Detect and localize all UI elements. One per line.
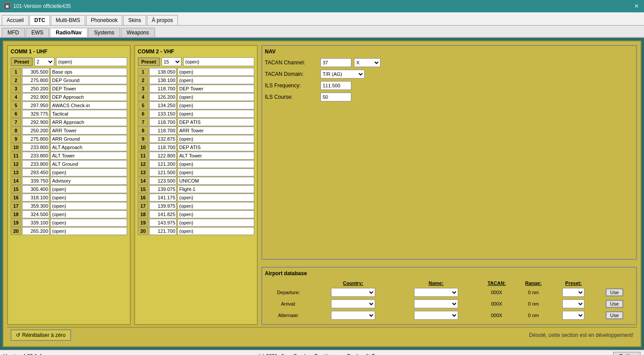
comm2-freq-20[interactable] [149, 227, 177, 235]
comm1-rownum-12[interactable]: 12 [11, 160, 21, 168]
comm2-label-16[interactable] [177, 194, 254, 202]
airport-use-arrival[interactable]: Use [596, 299, 633, 309]
comm1-freq-13[interactable] [22, 168, 49, 176]
comm1-label-15[interactable] [50, 185, 127, 193]
comm2-freq-8[interactable] [149, 127, 177, 135]
subtab-systems[interactable]: Systems [88, 28, 120, 37]
comm2-label-18[interactable] [177, 210, 254, 218]
comm2-freq-16[interactable] [149, 194, 177, 202]
comm1-freq-20[interactable] [22, 227, 49, 235]
comm2-label-14[interactable] [177, 177, 254, 185]
comm1-freq-15[interactable] [22, 185, 49, 193]
airport-name-select-arrival[interactable] [414, 299, 458, 308]
airport-country-select-alternate[interactable] [331, 311, 375, 320]
comm1-rownum-15[interactable]: 15 [11, 185, 21, 193]
comm2-freq-17[interactable] [149, 202, 177, 210]
airport-name-arrival[interactable] [395, 299, 477, 309]
comm2-rownum-12[interactable]: 12 [138, 160, 148, 168]
comm1-rownum-9[interactable]: 9 [11, 135, 21, 143]
airport-use-button-departure[interactable]: Use [606, 288, 623, 296]
comm1-label-6[interactable] [50, 110, 127, 118]
tab-skins[interactable]: Skins [123, 15, 146, 25]
comm2-label-7[interactable] [177, 118, 254, 126]
comm2-freq-3[interactable] [149, 85, 177, 93]
comm1-rownum-6[interactable]: 6 [11, 110, 21, 118]
comm1-label-20[interactable] [50, 227, 127, 235]
comm2-label-13[interactable] [177, 168, 254, 176]
nav-tacan-channel-mode[interactable]: X Y [354, 58, 380, 67]
comm1-freq-16[interactable] [22, 194, 49, 202]
comm2-freq-1[interactable] [149, 68, 177, 76]
comm1-freq-6[interactable] [22, 110, 49, 118]
comm2-label-17[interactable] [177, 202, 254, 210]
comm1-label-3[interactable] [50, 85, 127, 93]
comm1-label-9[interactable] [50, 135, 127, 143]
comm1-preset-select[interactable]: 2 [34, 57, 54, 66]
airport-name-select-alternate[interactable] [414, 311, 458, 320]
comm2-rownum-2[interactable]: 2 [138, 76, 148, 84]
comm1-freq-8[interactable] [22, 127, 49, 135]
comm2-freq-5[interactable] [149, 101, 177, 109]
comm1-rownum-14[interactable]: 14 [11, 177, 21, 185]
comm1-freq-10[interactable] [22, 143, 49, 151]
comm2-rownum-18[interactable]: 18 [138, 210, 148, 218]
comm2-rownum-16[interactable]: 16 [138, 194, 148, 202]
comm2-label-9[interactable] [177, 135, 254, 143]
comm2-label-15[interactable] [177, 185, 254, 193]
comm1-freq-19[interactable] [22, 219, 49, 227]
subtab-ews[interactable]: EWS [26, 28, 49, 37]
comm2-rownum-6[interactable]: 6 [138, 110, 148, 118]
comm2-rownum-11[interactable]: 11 [138, 152, 148, 160]
comm2-freq-18[interactable] [149, 210, 177, 218]
airport-preset-select-arrival[interactable] [562, 299, 584, 308]
comm1-rownum-2[interactable]: 2 [11, 76, 21, 84]
comm2-freq-13[interactable] [149, 168, 177, 176]
comm2-rownum-7[interactable]: 7 [138, 118, 148, 126]
airport-name-departure[interactable] [395, 287, 477, 298]
comm1-rownum-5[interactable]: 5 [11, 101, 21, 109]
comm1-label-13[interactable] [50, 168, 127, 176]
comm1-rownum-17[interactable]: 17 [11, 202, 21, 210]
comm1-rownum-10[interactable]: 10 [11, 143, 21, 151]
comm2-rownum-10[interactable]: 10 [138, 143, 148, 151]
comm1-rownum-3[interactable]: 3 [11, 85, 21, 93]
comm1-rownum-1[interactable]: 1 [11, 68, 21, 76]
comm2-label-2[interactable] [177, 76, 254, 84]
comm1-rownum-11[interactable]: 11 [11, 152, 21, 160]
comm1-rownum-13[interactable]: 13 [11, 168, 21, 176]
comm1-label-2[interactable] [50, 76, 127, 84]
comm1-rownum-7[interactable]: 7 [11, 118, 21, 126]
comm1-label-17[interactable] [50, 202, 127, 210]
comm2-rownum-15[interactable]: 15 [138, 185, 148, 193]
nav-tacan-channel-input[interactable] [320, 58, 351, 67]
comm1-freq-11[interactable] [22, 152, 49, 160]
comm1-label-12[interactable] [50, 160, 127, 168]
comm2-freq-10[interactable] [149, 143, 177, 151]
comm1-label-5[interactable] [50, 101, 127, 109]
comm2-rownum-14[interactable]: 14 [138, 177, 148, 185]
tab-apropos[interactable]: À propos [147, 15, 178, 25]
comm1-freq-2[interactable] [22, 76, 49, 84]
airport-country-alternate[interactable] [312, 310, 394, 321]
comm2-freq-7[interactable] [149, 118, 177, 126]
comm1-freq-14[interactable] [22, 177, 49, 185]
tab-dtc[interactable]: DTC [30, 15, 50, 25]
comm2-label-10[interactable] [177, 143, 254, 151]
comm1-rownum-18[interactable]: 18 [11, 210, 21, 218]
comm2-rownum-3[interactable]: 3 [138, 85, 148, 93]
comm1-freq-12[interactable] [22, 160, 49, 168]
comm1-rownum-20[interactable]: 20 [11, 227, 21, 235]
nav-ils-course-input[interactable] [320, 93, 351, 101]
comm1-label-4[interactable] [50, 93, 127, 101]
comm1-label-11[interactable] [50, 152, 127, 160]
comm2-rownum-20[interactable]: 20 [138, 227, 148, 235]
comm1-rownum-19[interactable]: 19 [11, 219, 21, 227]
comm2-freq-2[interactable] [149, 76, 177, 84]
comm2-label-12[interactable] [177, 160, 254, 168]
comm1-label-19[interactable] [50, 219, 127, 227]
airport-preset-departure[interactable] [551, 287, 595, 298]
comm2-label-4[interactable] [177, 93, 254, 101]
comm1-freq-7[interactable] [22, 118, 49, 126]
comm1-preset-button[interactable]: Preset [11, 57, 33, 66]
tab-accueil[interactable]: Accueil [2, 15, 29, 25]
